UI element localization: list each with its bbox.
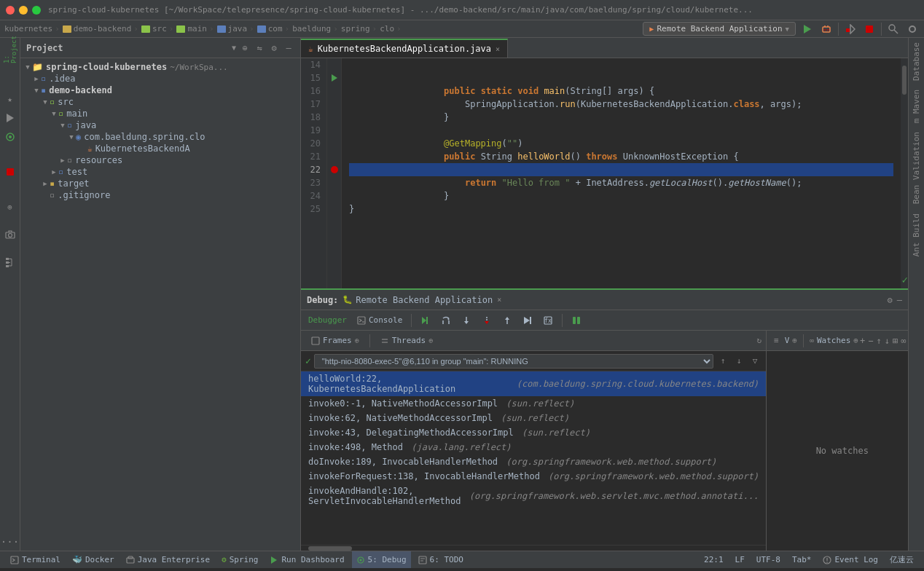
breadcrumb-item-com[interactable]: com › bbox=[257, 24, 290, 34]
stop-button[interactable] bbox=[862, 22, 877, 36]
settings-button[interactable]: ⚙ bbox=[268, 42, 280, 54]
stack-frame-7[interactable]: invokeAndHandle:102, ServletInvocableHan… bbox=[301, 484, 766, 508]
breadcrumb-item-clo[interactable]: clo › bbox=[380, 24, 402, 34]
stack-frame-0[interactable]: helloWorld:22, KubernetesBackendApplicat… bbox=[301, 371, 766, 396]
stack-frame-5[interactable]: doInvoke:189, InvocableHandlerMethod (or… bbox=[301, 454, 766, 469]
stack-frame-6[interactable]: invokeForRequest:138, InvocableHandlerMe… bbox=[301, 469, 766, 484]
sidebar-icon-camera[interactable] bbox=[1, 226, 19, 243]
debug-close-button[interactable]: — bbox=[897, 295, 902, 305]
remove-watch-button[interactable]: − bbox=[868, 336, 873, 346]
sidebar-ant-build[interactable]: Ant Build bbox=[910, 209, 923, 261]
thread-dropdown[interactable]: "http-nio-8080-exec-5"@6,110 in group "m… bbox=[314, 354, 713, 369]
step-out[interactable] bbox=[498, 312, 517, 328]
step-into[interactable] bbox=[457, 312, 476, 328]
move-watch-down[interactable]: ↓ bbox=[885, 336, 890, 346]
watches-tab[interactable]: Watches bbox=[817, 336, 850, 345]
tree-item-root[interactable]: ▼ 📁 spring-cloud-kubernetes ~/WorkSpa... bbox=[20, 61, 300, 73]
tree-item-main[interactable]: ▼ ▫ main bbox=[20, 108, 300, 119]
code-editor[interactable]: 14 15 16 17 18 19 20 21 22 23 24 25 bbox=[301, 58, 908, 288]
breadcrumb-item-main[interactable]: main › bbox=[176, 24, 214, 34]
add-watch-button[interactable]: + bbox=[860, 336, 865, 346]
sidebar-database[interactable]: Database bbox=[910, 38, 923, 85]
sidebar-icon-stop[interactable] bbox=[1, 163, 19, 181]
sidebar-icon-1[interactable]: 1: Project bbox=[1, 41, 19, 58]
debug-config-close[interactable]: × bbox=[497, 296, 501, 304]
sidebar-icon-web[interactable]: ⊕ bbox=[1, 198, 19, 216]
breadcrumb-item-java[interactable]: java › bbox=[217, 24, 254, 34]
frames-options[interactable]: ⊕ bbox=[355, 336, 359, 344]
sidebar-bean-validation[interactable]: Bean Validation bbox=[910, 127, 923, 208]
tree-item-src[interactable]: ▼ ▫ src bbox=[20, 96, 300, 108]
tree-item-idea[interactable]: ▶ ▫ .idea bbox=[20, 73, 300, 84]
watches-menu[interactable]: ∞ bbox=[901, 336, 906, 346]
locate-button[interactable]: ⊕ bbox=[239, 42, 251, 54]
tree-item-target[interactable]: ▶ ▪ target bbox=[20, 178, 300, 189]
stack-frame-3[interactable]: invoke:43, DelegatingMethodAccessorImpl … bbox=[301, 425, 766, 440]
sidebar-icon-structure[interactable] bbox=[1, 253, 19, 271]
search-button[interactable] bbox=[886, 22, 901, 36]
sidebar-icon-more[interactable]: ··· bbox=[1, 533, 19, 551]
event-log[interactable]: Event Log bbox=[818, 551, 882, 568]
scrollbar-area[interactable]: ✓ bbox=[901, 58, 908, 288]
breadcrumb-item-kubernetes[interactable]: kubernetes › bbox=[4, 24, 60, 34]
tree-item-resources[interactable]: ▶ ▫ resources bbox=[20, 154, 300, 166]
debug-panel-button[interactable]: 5: Debug bbox=[352, 551, 411, 568]
restore-frame-button[interactable]: ↻ bbox=[756, 336, 761, 345]
minimize-button[interactable] bbox=[19, 6, 28, 15]
stack-frame-4[interactable]: invoke:498, Method (java.lang.reflect) bbox=[301, 440, 766, 454]
tab-close-button[interactable]: × bbox=[496, 45, 500, 53]
stack-frame-2[interactable]: invoke:62, NativeMethodAccessorImpl (sun… bbox=[301, 411, 766, 425]
project-dropdown-icon[interactable]: ▼ bbox=[232, 44, 236, 52]
force-step-into[interactable] bbox=[477, 312, 496, 328]
run-to-cursor[interactable] bbox=[518, 312, 537, 328]
frames-tab[interactable]: Frames ⊕ bbox=[305, 333, 365, 349]
run-button[interactable] bbox=[800, 22, 815, 36]
breadcrumb-item-baeldung[interactable]: baeldung › bbox=[292, 24, 338, 34]
debugger-tab[interactable]: Debugger bbox=[304, 312, 351, 328]
debug-button[interactable] bbox=[819, 22, 834, 36]
threads-tab[interactable]: Threads ⊕ bbox=[375, 333, 439, 349]
step-over[interactable] bbox=[436, 312, 455, 328]
close-button[interactable] bbox=[6, 6, 15, 15]
expand-watches[interactable]: ⊞ bbox=[893, 336, 898, 346]
breadcrumb-item-demo-backend[interactable]: demo-backend › bbox=[63, 24, 138, 34]
sidebar-maven[interactable]: m Maven bbox=[910, 85, 923, 127]
thread-filter[interactable]: ▽ bbox=[748, 355, 761, 368]
thread-next[interactable]: ↓ bbox=[732, 355, 745, 368]
tree-item-gitignore[interactable]: ▫ .gitignore bbox=[20, 189, 300, 201]
maximize-button[interactable] bbox=[32, 6, 41, 15]
spring-button[interactable]: ⚙ Spring bbox=[217, 551, 262, 568]
window-controls[interactable] bbox=[6, 6, 41, 15]
thread-prev[interactable]: ↑ bbox=[716, 355, 729, 368]
line-ending[interactable]: LF bbox=[731, 551, 749, 568]
evaluate-expression[interactable]: fx bbox=[539, 312, 557, 328]
sidebar-icon-favorites[interactable]: ★ bbox=[1, 90, 19, 108]
tree-item-main-class[interactable]: ☕ KubernetesBackendA bbox=[20, 143, 300, 154]
indent[interactable]: Tab* bbox=[788, 551, 816, 568]
v-options[interactable]: ⊕ bbox=[792, 336, 797, 345]
terminal-button[interactable]: Terminal bbox=[6, 551, 65, 568]
horizontal-scrollbar[interactable] bbox=[301, 545, 766, 551]
tree-item-package[interactable]: ▼ ◉ com.baeldung.spring.clo bbox=[20, 131, 300, 143]
tree-item-test[interactable]: ▶ ▫ test bbox=[20, 166, 300, 178]
breakpoint-marker[interactable] bbox=[327, 163, 341, 176]
resume-program[interactable] bbox=[567, 312, 586, 328]
sidebar-icon-debug[interactable] bbox=[1, 128, 19, 146]
brand-logo[interactable]: 亿速云 bbox=[885, 551, 918, 568]
todo-button[interactable]: 6: TODO bbox=[414, 551, 468, 568]
cursor-position[interactable]: 22:1 bbox=[700, 551, 728, 568]
encoding[interactable]: UTF-8 bbox=[752, 551, 785, 568]
sidebar-icon-run[interactable] bbox=[1, 109, 19, 127]
settings-button[interactable] bbox=[905, 22, 920, 36]
tree-item-demo-backend[interactable]: ▼ ▪ demo-backend bbox=[20, 84, 300, 96]
collapse-button[interactable]: ⇋ bbox=[254, 42, 265, 54]
threads-options[interactable]: ⊕ bbox=[428, 336, 433, 344]
breadcrumb-item-src[interactable]: src › bbox=[141, 24, 174, 34]
move-watch-up[interactable]: ↑ bbox=[876, 336, 881, 346]
stack-frame-1[interactable]: invoke0:-1, NativeMethodAccessorImpl (su… bbox=[301, 396, 766, 411]
tree-item-java[interactable]: ▼ ▫ java bbox=[20, 119, 300, 131]
watches-options[interactable]: ⊕ bbox=[853, 336, 858, 345]
console-tab[interactable]: Console bbox=[353, 312, 407, 328]
java-enterprise-button[interactable]: Java Enterprise bbox=[122, 551, 214, 568]
gutter-run-btn[interactable] bbox=[327, 71, 341, 84]
